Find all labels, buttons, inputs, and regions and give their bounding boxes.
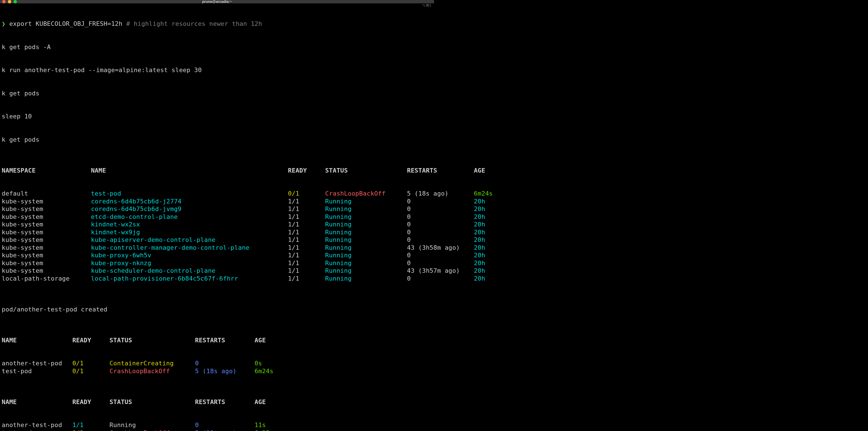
table-row: test-pod0/1CrashLoopBackOff5 (29s ago)6m… [2, 429, 432, 431]
command-line: k run another-test-pod --image=alpine:la… [2, 66, 432, 74]
table-body: another-test-pod1/1Running011stest-pod0/… [2, 421, 432, 431]
cell-name: another-test-pod [2, 421, 72, 429]
cell-status: CrashLoopBackOff [110, 367, 195, 375]
cell-namespace: kube-system [2, 228, 91, 236]
cell-age: 20h [474, 213, 485, 221]
cell-status: Running [325, 259, 407, 267]
cell-name: kindnet-wx2sx [91, 221, 288, 228]
col-restarts: RESTARTS [195, 336, 255, 344]
command-line: ❯ export KUBECOLOR_OBJ_FRESH=12h # highl… [2, 20, 432, 28]
cell-restarts: 0 [407, 228, 474, 236]
col-age: AGE [474, 167, 485, 174]
cell-age: 20h [474, 228, 485, 236]
prompt-icon: ❯ [2, 20, 5, 27]
cell-ready: 1/1 [72, 421, 110, 429]
table-row: kube-systemkindnet-wx2sx1/1Running020h [2, 221, 432, 228]
command-line: k get pods [2, 136, 432, 144]
cell-restarts: 0 [407, 236, 474, 244]
cell-status: Running [325, 205, 407, 213]
cell-status: Running [325, 244, 407, 252]
cell-ready: 1/1 [288, 205, 325, 213]
command-comment: # highlight resources newer than 12h [126, 20, 262, 27]
col-restarts: RESTARTS [195, 398, 255, 406]
cell-namespace: kube-system [2, 244, 91, 252]
cell-status: Running [325, 236, 407, 244]
cell-status: Running [325, 213, 407, 221]
cell-status: Running [325, 198, 407, 205]
cell-restarts: 0 [195, 360, 255, 367]
cell-name: kube-apiserver-demo-control-plane [91, 236, 288, 244]
col-name: NAME [2, 336, 72, 344]
cell-name: local-path-provisioner-6b84c5c67f-6fhrr [91, 275, 288, 283]
cell-restarts: 0 [195, 421, 255, 429]
cell-namespace: kube-system [2, 221, 91, 228]
col-name: NAME [91, 167, 288, 174]
col-status: STATUS [325, 167, 407, 174]
table-row: kube-systemkindnet-wx9jg1/1Running020h [2, 228, 432, 236]
cell-ready: 1/1 [288, 267, 325, 275]
cell-ready: 1/1 [288, 252, 325, 259]
cell-restarts: 5 (29s ago) [195, 429, 255, 431]
command-line: k get pods -A [2, 43, 432, 51]
table-row: kube-systemkube-proxy-6wh5v1/1Running020… [2, 252, 432, 259]
terminal-body[interactable]: ❯ export KUBECOLOR_OBJ_FRESH=12h # highl… [0, 3, 434, 431]
cell-restarts: 43 (3h57m ago) [407, 267, 474, 275]
cell-restarts: 5 (18s ago) [195, 367, 255, 375]
cell-ready: 1/1 [288, 221, 325, 228]
cell-restarts: 5 (18s ago) [407, 190, 474, 198]
cell-name: coredns-6d4b75cb6d-jvmg9 [91, 205, 288, 213]
col-age: AGE [255, 336, 266, 344]
table-row: kube-systemetcd-demo-control-plane1/1Run… [2, 213, 432, 221]
cell-namespace: kube-system [2, 267, 91, 275]
cell-age: 20h [474, 244, 485, 252]
cell-age: 20h [474, 259, 485, 267]
cell-age: 20h [474, 236, 485, 244]
cell-ready: 1/1 [288, 275, 325, 283]
table-row: kube-systemkube-controller-manager-demo-… [2, 244, 432, 252]
cell-restarts: 0 [407, 213, 474, 221]
cell-age: 20h [474, 198, 485, 205]
cell-status: CrashLoopBackOff [110, 429, 195, 431]
titlebar[interactable]: prune@arcadia:~ ⌥⌘1 [0, 0, 434, 3]
cell-name: test-pod [2, 367, 72, 375]
cell-age: 20h [474, 267, 485, 275]
cell-name: etcd-demo-control-plane [91, 213, 288, 221]
cell-namespace: local-path-storage [2, 275, 91, 283]
table-row: kube-systemcoredns-6d4b75cb6d-j27741/1Ru… [2, 198, 432, 205]
cell-age: 11s [255, 421, 266, 429]
col-restarts: RESTARTS [407, 167, 474, 174]
cell-ready: 1/1 [288, 244, 325, 252]
titlebar-hint: ⌥⌘1 [422, 2, 431, 9]
table-row: kube-systemcoredns-6d4b75cb6d-jvmg91/1Ru… [2, 205, 432, 213]
table-header: NAMEREADYSTATUSRESTARTSAGE [2, 336, 432, 344]
cell-ready: 1/1 [288, 213, 325, 221]
col-status: STATUS [110, 398, 195, 406]
table-row: test-pod0/1CrashLoopBackOff5 (18s ago)6m… [2, 367, 432, 375]
cell-namespace: kube-system [2, 198, 91, 205]
cell-age: 6m35s [255, 429, 273, 431]
col-ready: READY [72, 398, 110, 406]
cell-ready: 1/1 [288, 236, 325, 244]
cell-namespace: kube-system [2, 236, 91, 244]
cell-namespace: default [2, 190, 91, 198]
cell-status: Running [325, 228, 407, 236]
cell-age: 20h [474, 205, 485, 213]
cell-namespace: kube-system [2, 213, 91, 221]
cell-name: kindnet-wx9jg [91, 228, 288, 236]
cell-age: 6m24s [474, 190, 493, 198]
cell-status: Running [325, 275, 407, 283]
cell-name: test-pod [2, 429, 72, 431]
cell-restarts: 43 (3h58m ago) [407, 244, 474, 252]
cell-ready: 0/1 [72, 360, 110, 367]
cell-age: 6m24s [255, 367, 273, 375]
cell-name: test-pod [91, 190, 288, 198]
cell-name: another-test-pod [2, 360, 72, 367]
cell-ready: 0/1 [288, 190, 325, 198]
cell-age: 20h [474, 221, 485, 228]
col-namespace: NAMESPACE [2, 167, 91, 174]
table-row: another-test-pod1/1Running011s [2, 421, 432, 429]
command-line: k get pods [2, 90, 432, 97]
cell-status: Running [325, 267, 407, 275]
table-row: another-test-pod0/1ContainerCreating00s [2, 360, 432, 367]
table-row: kube-systemkube-scheduler-demo-control-p… [2, 267, 432, 275]
